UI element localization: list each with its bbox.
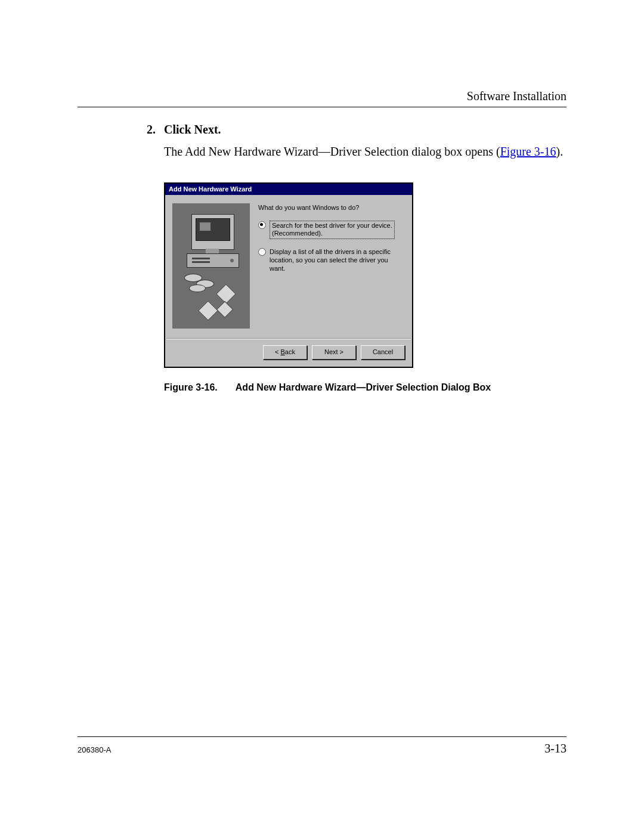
page-number: 3-13	[544, 742, 566, 755]
step-number: 2.	[140, 122, 156, 138]
radio-unselected-icon	[258, 248, 266, 256]
dialog-right-pane: What do you want Windows to do? Search f…	[250, 203, 405, 333]
radio-selected-icon	[258, 221, 266, 229]
option-list-label: Display a list of all the drivers in a s…	[270, 247, 405, 273]
diskette-icon	[216, 301, 233, 318]
step-body-text: The Add New Hardware Wizard—Driver Selec…	[164, 144, 566, 160]
dialog-prompt: What do you want Windows to do?	[258, 203, 405, 212]
wizard-sidebar-graphic	[172, 203, 250, 329]
body-prefix: The Add New Hardware Wizard—Driver Selec…	[164, 145, 500, 158]
cancel-button[interactable]: Cancel	[361, 345, 405, 360]
back-button[interactable]: < Back	[263, 345, 307, 360]
dialog-body: What do you want Windows to do? Search f…	[165, 195, 412, 338]
page-footer: 206380-A 3-13	[78, 736, 566, 755]
wizard-dialog: Add New Hardware Wizard	[164, 182, 413, 368]
radio-option-list[interactable]: Display a list of all the drivers in a s…	[258, 247, 405, 273]
dialog-button-row: < Back Next > Cancel	[165, 339, 412, 367]
diskette-icon	[198, 301, 218, 321]
computer-icon	[191, 214, 234, 250]
section-title: Software Installation	[467, 89, 566, 103]
page-header: Software Installation	[78, 89, 566, 107]
body-suffix: ).	[556, 145, 564, 158]
caption-label: Figure 3-16.	[164, 381, 218, 394]
step-title: Click Next.	[164, 122, 566, 138]
radio-option-search[interactable]: Search for the best driver for your devi…	[258, 221, 405, 240]
dialog-screenshot: Add New Hardware Wizard	[164, 182, 413, 368]
document-page: Software Installation 2. Click Next. The…	[78, 89, 566, 755]
diskette-icon	[216, 284, 236, 304]
option-search-label: Search for the best driver for your devi…	[270, 221, 395, 240]
disc-icon	[189, 284, 206, 292]
computer-base-icon	[187, 253, 239, 268]
step-heading: 2. Click Next.	[140, 122, 566, 138]
document-id: 206380-A	[78, 745, 111, 754]
next-button[interactable]: Next >	[312, 345, 356, 360]
caption-text: Add New Hardware Wizard—Driver Selection…	[236, 381, 491, 394]
figure-caption: Figure 3-16. Add New Hardware Wizard—Dri…	[164, 381, 566, 394]
page-content: 2. Click Next. The Add New Hardware Wiza…	[78, 122, 566, 394]
figure-link[interactable]: Figure 3-16	[500, 145, 556, 158]
dialog-titlebar: Add New Hardware Wizard	[165, 184, 412, 195]
